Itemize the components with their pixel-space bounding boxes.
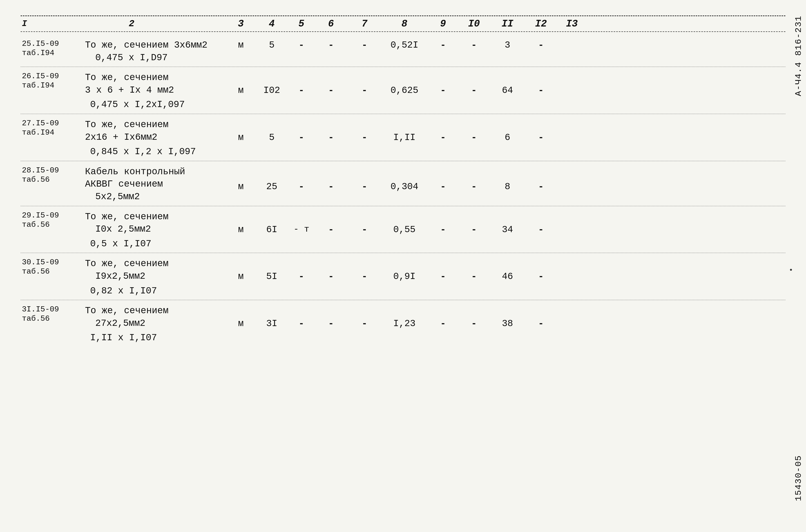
row-col11-30: 46: [490, 270, 526, 283]
row-col7-28: -: [348, 181, 381, 193]
row-col4-27: 5: [255, 132, 289, 144]
col-header-13: I3: [556, 18, 587, 29]
table-row: 28.I5-09таб.56 Кабель контрольный АКВВГ …: [21, 161, 785, 206]
row-unit-25: м: [227, 39, 255, 52]
row-ref-30: 30.I5-09таб.56: [21, 258, 83, 276]
row-col12-26: -: [526, 84, 556, 97]
row-col10-31: -: [459, 318, 490, 330]
col-header-7: 7: [348, 18, 381, 29]
row-col5-30: -: [289, 270, 314, 283]
row-ref-26: 26.I5-09таб.I94: [21, 72, 83, 90]
row-col7-25: -: [348, 39, 381, 52]
row-desc-27: То же, сечением 2х16 + Iх6мм2 0,845 x I,…: [83, 119, 227, 158]
row-col8-31: I,23: [381, 318, 427, 330]
row-col5-27: -: [289, 132, 314, 144]
row-col11-26: 64: [490, 84, 526, 97]
page: А-Ч4.4 816-231 I 2 3 4 5 6 7 8 9 I0 II I…: [0, 0, 806, 532]
row-desc-28: Кабель контрольный АКВВГ сечением 5х2,5м…: [83, 166, 227, 203]
col-header-6: 6: [314, 18, 348, 29]
header-row: I 2 3 4 5 6 7 8 9 I0 II I2 I3: [21, 16, 785, 32]
row-unit-31: м: [227, 318, 255, 330]
row-col8-27: I,II: [381, 132, 427, 144]
row-col9-27: -: [427, 132, 459, 144]
row-col9-26: -: [427, 84, 459, 97]
table-row: 26.I5-09таб.I94 То же, сечением 3 x 6 + …: [21, 67, 785, 114]
row-col7-31: -: [348, 318, 381, 330]
row-col4-30: 5I: [255, 270, 289, 283]
row-col9-28: -: [427, 181, 459, 193]
row-desc-30: То же, сечением I9х2,5мм2 0,82 x I,I07: [83, 258, 227, 297]
row-col6-25: -: [314, 39, 348, 52]
row-col5-28: -: [289, 181, 314, 193]
col-header-1: I: [21, 19, 83, 28]
col-header-4: 4: [255, 18, 289, 29]
table-row: 27.I5-09таб.I94 То же, сечением 2х16 + I…: [21, 114, 785, 161]
side-label-top: А-Ч4.4 816-231: [794, 16, 803, 96]
row-col4-29: 6I: [255, 224, 289, 236]
table-area: 25.I5-09таб.I94 То же, сечением 3х6мм2 0…: [21, 35, 785, 347]
col-header-8: 8: [381, 18, 427, 29]
row-unit-30: м: [227, 270, 255, 283]
row-col10-27: -: [459, 132, 490, 144]
row-col11-28: 8: [490, 181, 526, 193]
row-col7-26: -: [348, 84, 381, 97]
row-col10-30: -: [459, 270, 490, 283]
row-col8-29: 0,55: [381, 224, 427, 236]
col-header-9: 9: [427, 18, 459, 29]
row-col7-29: -: [348, 224, 381, 236]
row-col6-30: -: [314, 270, 348, 283]
col-header-12: I2: [526, 18, 556, 29]
row-col7-30: -: [348, 270, 381, 283]
table-row: 25.I5-09таб.I94 То же, сечением 3х6мм2 0…: [21, 35, 785, 67]
row-ref-25: 25.I5-09таб.I94: [21, 39, 83, 58]
row-col10-28: -: [459, 181, 490, 193]
row-col12-25: -: [526, 39, 556, 52]
row-col8-26: 0,625: [381, 84, 427, 97]
col-header-3: 3: [227, 18, 255, 29]
row-col6-29: -: [314, 224, 348, 236]
col-header-2: 2: [83, 19, 227, 29]
row-col12-31: -: [526, 318, 556, 330]
row-col4-26: I02: [255, 84, 289, 97]
row-col8-25: 0,52I: [381, 39, 427, 52]
row-col5-29: - т: [289, 224, 314, 235]
row-col4-31: 3I: [255, 318, 289, 330]
row-col12-28: -: [526, 181, 556, 193]
row-col8-28: 0,304: [381, 181, 427, 193]
row-col9-30: -: [427, 270, 459, 283]
row-col4-25: 5: [255, 39, 289, 52]
row-unit-27: м: [227, 132, 255, 144]
row-desc-29: То же, сечением I0х 2,5мм2 0,5 x I,I07: [83, 211, 227, 250]
row-col12-27: -: [526, 132, 556, 144]
row-col9-29: -: [427, 224, 459, 236]
col-header-11: II: [490, 18, 526, 29]
row-col10-29: -: [459, 224, 490, 236]
right-dot: •: [789, 266, 793, 274]
row-col11-31: 38: [490, 318, 526, 330]
row-col6-26: -: [314, 84, 348, 97]
table-row: 30.I5-09таб.56 То же, сечением I9х2,5мм2…: [21, 253, 785, 300]
side-label-bottom: 15430-05: [794, 455, 803, 501]
col-header-10: I0: [459, 18, 490, 29]
row-col11-29: 34: [490, 224, 526, 236]
row-col10-26: -: [459, 84, 490, 97]
row-desc-25: То же, сечением 3х6мм2 0,475 x I,D97: [83, 39, 227, 64]
row-col8-30: 0,9I: [381, 270, 427, 283]
row-col11-25: 3: [490, 39, 526, 52]
row-ref-31: 3I.I5-09таб.56: [21, 305, 83, 323]
row-desc-26: То же, сечением 3 x 6 + Ix 4 мм2 0,475 x…: [83, 72, 227, 111]
row-col11-27: 6: [490, 132, 526, 144]
col-header-5: 5: [289, 18, 314, 29]
row-col5-25: -: [289, 39, 314, 52]
row-col6-27: -: [314, 132, 348, 144]
row-ref-28: 28.I5-09таб.56: [21, 166, 83, 184]
row-ref-29: 29.I5-09таб.56: [21, 211, 83, 229]
row-desc-31: То же, сечением 27х2,5мм2 I,II x I,I07: [83, 305, 227, 344]
row-col12-29: -: [526, 224, 556, 236]
row-unit-29: м: [227, 224, 255, 236]
row-col6-28: -: [314, 181, 348, 193]
row-col9-31: -: [427, 318, 459, 330]
row-col10-25: -: [459, 39, 490, 52]
row-ref-27: 27.I5-09таб.I94: [21, 119, 83, 137]
row-col12-30: -: [526, 270, 556, 283]
